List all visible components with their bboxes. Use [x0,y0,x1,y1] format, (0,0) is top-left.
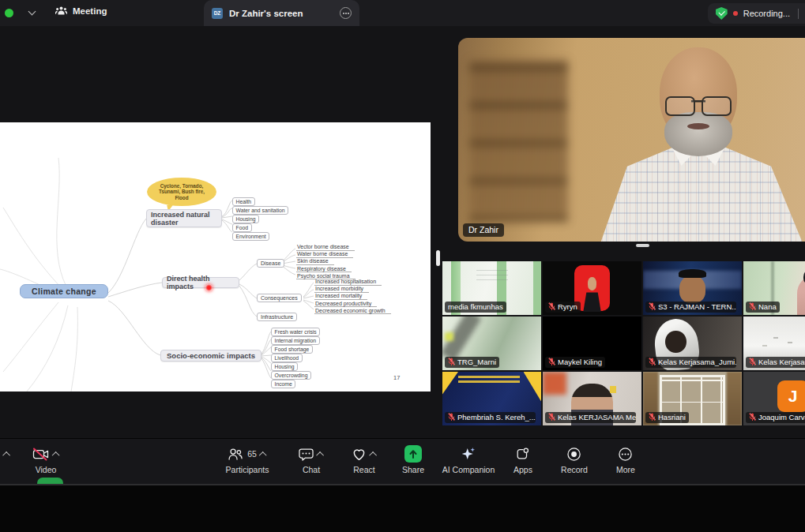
tab-dr-zahirs-screen[interactable]: DZ Dr Zahir's screen [204,0,359,26]
mic-muted-icon [649,302,656,311]
share-screen-icon [404,445,422,463]
mindmap-branch-socio-economic: Socio-economic impacts [160,350,261,362]
tab-more-icon[interactable] [340,7,352,19]
react-chevron-icon[interactable] [369,451,377,459]
participant-tile[interactable]: S3 - RAJMAN - TERN... [643,261,742,315]
speaker-beard [664,112,732,156]
mindmap-node: Environment [232,232,269,241]
speaker-mouth [687,123,709,129]
security-shield-icon[interactable] [716,7,728,20]
ai-companion-button[interactable]: AI Companion [442,445,495,474]
participant-grid: media fkmunhasRyrynS3 - RAJMAN - TERN...… [442,261,805,425]
mindmap-node: Water borne disease [296,251,353,258]
mindmap-natural-children: HealthWater and sanitationHousingFoodEnv… [232,197,288,241]
more-label: More [616,465,635,474]
chat-label: Chat [303,465,320,474]
mindmap-node: Increased hospitalisation [314,279,382,286]
participants-icon [228,448,243,461]
chat-button[interactable]: Chat [299,445,324,474]
desktop: Wed8XWWAA⚙zoom [0,485,805,532]
zoom-meeting-window: Meeting DZ Dr Zahir's screen Recording..… [0,0,805,532]
speaker-name-tag: Dr Zahir [463,223,504,237]
divider [798,9,799,19]
participant-name-tag: media fkmunhas [445,302,506,313]
mindmap-callout: Cyclone, Tornado, Tsunami, Bush fire, Fl… [147,178,216,206]
tab-badge: DZ [212,8,223,19]
mindmap-node: Increased mortality [314,293,367,300]
participant-name: Kelas Kerjasam... [758,358,805,366]
video-resize-handle[interactable] [636,244,649,247]
recording-label: Recording... [743,9,790,18]
mindmap-node-consequences: Consequences [257,294,302,302]
participant-name-tag: Kelas Kerjasama_Jumi... [645,357,736,368]
participant-name-tag: Phembriah S. Kereh_... [445,412,536,423]
mic-muted-icon [749,413,756,421]
participant-tile[interactable]: TRG_Marni [442,317,541,370]
mindmap-node: Housing [271,362,298,371]
mic-muted-icon [749,358,756,366]
meeting-menu[interactable]: Meeting [55,6,107,16]
share-label: Share [402,465,424,474]
mindmap-node: Food shortage [271,345,313,354]
meeting-label: Meeting [73,6,107,16]
more-button[interactable]: More [616,445,635,474]
participant-name: media fkmunhas [448,302,503,311]
mic-muted-icon [749,302,756,311]
participant-tile[interactable]: JJoaquim Carva... [743,372,805,425]
background-bookcase [469,60,568,222]
heart-icon [352,448,367,461]
participants-button[interactable]: 65 Participants [226,445,269,474]
mute-chevron-icon[interactable] [2,451,10,459]
mindmap-node: Health [232,197,255,206]
laser-pointer-dot [205,284,213,291]
participant-tile[interactable]: Kelas KERJASAMA Me... [543,372,641,425]
people-icon [55,6,67,16]
video-label: Video [36,465,57,474]
participant-tile[interactable]: Maykel Kiling [543,317,641,370]
react-label: React [353,465,374,474]
participant-tile[interactable]: media fkmunhas [442,261,541,315]
mindmap-socio-children: Fresh water crisisInternal migrationFood… [271,328,320,388]
apps-button[interactable]: Apps [513,445,532,474]
participant-avatar: J [777,380,805,412]
recording-indicator: Recording... [708,3,805,24]
apps-label: Apps [513,465,532,474]
participant-tile[interactable]: Ryryn [543,261,641,315]
slide-scrollbar[interactable] [436,250,440,266]
mindmap-node-disease: Disease [257,259,284,268]
mindmap-node: Respiratory disease [296,266,352,273]
mindmap-node: Internal migration [271,336,320,345]
participant-tile[interactable]: Kelas Kerjasam... [743,317,805,370]
participant-tile[interactable]: Nana [743,261,805,315]
participant-tile[interactable]: Hasriani [643,372,742,425]
chat-chevron-icon[interactable] [316,451,324,459]
more-icon [619,447,634,462]
mindmap-root-node: Climate change [20,284,108,298]
participant-name-tag: TRG_Marni [445,357,499,368]
scene-shape [797,276,805,315]
mic-muted-icon [448,358,455,366]
share-button[interactable]: Share [402,445,424,474]
video-chevron-icon[interactable] [52,451,60,459]
record-button[interactable]: Record [561,445,588,474]
recording-dot-icon [733,11,738,16]
participant-tile[interactable]: Kelas Kerjasama_Jumi... [643,317,742,370]
window-traffic-light[interactable] [5,9,13,17]
participant-name: Kelas Kerjasama_Jumi... [658,358,736,366]
participants-label: Participants [226,465,269,474]
participant-name-tag: Ryryn [545,302,581,313]
ai-companion-label: AI Companion [442,465,495,474]
mindmap-node: Decreased productivity [314,301,377,308]
react-button[interactable]: React [352,445,377,474]
mindmap-node: Overcrowding [271,371,311,380]
participant-tile[interactable]: Phembriah S. Kereh_... [442,372,541,425]
participant-name: TRG_Marni [457,358,496,366]
speaker-video[interactable]: Dr Zahir [458,38,805,242]
chevron-down-icon[interactable] [28,8,36,16]
mic-muted-icon [548,302,555,311]
ai-companion-icon [461,446,476,462]
participants-chevron-icon[interactable] [259,451,267,459]
mindmap-node: Vector borne disease [296,244,355,251]
video-button[interactable]: Video [32,445,60,474]
participant-name-tag: Kelas KERJASAMA Me... [545,412,636,423]
